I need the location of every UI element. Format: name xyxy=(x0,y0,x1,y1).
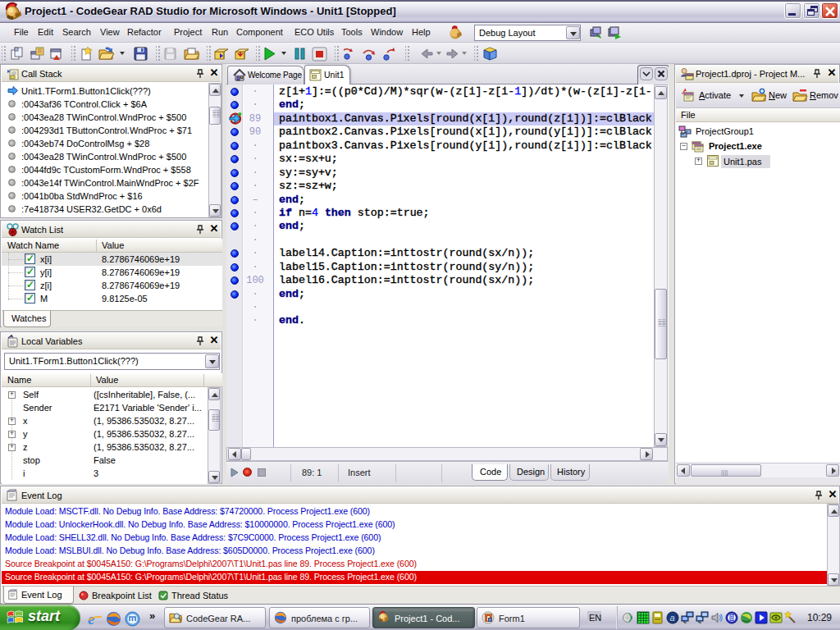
svg-text:a: a xyxy=(670,613,675,623)
